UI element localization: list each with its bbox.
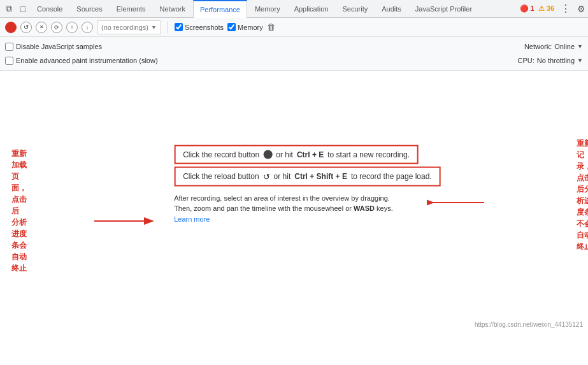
recordings-placeholder: (no recordings) — [101, 24, 148, 31]
left-annotation-text: 重新加载页面，点击后分析进度条会自动终止 — [11, 148, 27, 274]
reload-circle-icon: ↺ — [263, 171, 270, 181]
tab-bar: ⧉ □ Console Sources Elements Network Per… — [0, 0, 588, 18]
tab-bar-right: 🔴 1 ⚠ 36 ⋮ ⚙ — [520, 3, 585, 15]
screenshots-checkbox[interactable] — [175, 23, 183, 31]
options-right-2: CPU: No throttling ▼ — [517, 57, 583, 64]
record-shortcut: Ctrl + E — [297, 150, 324, 159]
reload-shortcut: Ctrl + Shift + E — [294, 172, 347, 181]
after-text1: After recording, select an area of inter… — [174, 194, 390, 201]
advanced-paint-label: Enable advanced paint instrumentation (s… — [16, 57, 158, 64]
record-instruction-box: Click the record button or hit Ctrl + E … — [174, 145, 419, 164]
reload-record-button[interactable]: ↺ — [20, 22, 32, 33]
network-label: Network: — [524, 43, 552, 50]
record-text1: Click the record button — [183, 150, 259, 159]
download-button[interactable]: ↓ — [82, 22, 93, 33]
tab-network[interactable]: Network — [154, 0, 192, 18]
tab-memory[interactable]: Memory — [248, 0, 287, 18]
advanced-paint-option[interactable]: Enable advanced paint instrumentation (s… — [5, 57, 158, 65]
reload-text3: to record the page load. — [351, 172, 432, 181]
more-button[interactable]: ⋮ — [558, 3, 573, 15]
learn-more-link[interactable]: Learn more — [174, 215, 210, 222]
cpu-value[interactable]: No throttling — [537, 57, 575, 64]
network-caret[interactable]: ▼ — [577, 43, 583, 50]
settings-button[interactable]: ⚙ — [577, 4, 585, 14]
record-text2: or hit — [276, 150, 293, 159]
error-badge: 🔴 1 — [520, 4, 534, 13]
record-text3: to start a new recording. — [327, 150, 410, 159]
cpu-label: CPU: — [517, 57, 534, 64]
after-text3: keys. — [376, 204, 393, 212]
devtools-icon: ⧉ — [3, 3, 15, 15]
after-wasd: WASD — [354, 204, 375, 212]
tab-application[interactable]: Application — [288, 0, 335, 18]
options-row-2: Enable advanced paint instrumentation (s… — [5, 54, 583, 68]
cpu-option: CPU: No throttling ▼ — [517, 57, 583, 64]
network-option: Network: Online ▼ — [524, 43, 583, 50]
options-row-1: Disable JavaScript samples Network: Onli… — [5, 39, 583, 54]
options-right-1: Network: Online ▼ — [524, 43, 583, 50]
tab-js-profiler[interactable]: JavaScript Profiler — [409, 0, 478, 18]
record-circle-icon — [263, 150, 272, 159]
stop-button[interactable]: ✕ — [36, 22, 47, 33]
main-content: Click the record button or hit Ctrl + E … — [0, 71, 588, 332]
memory-checkbox[interactable] — [227, 23, 236, 31]
disable-js-samples-checkbox[interactable] — [5, 43, 13, 51]
instruction-panel: Click the record button or hit Ctrl + E … — [174, 145, 441, 224]
tab-sources[interactable]: Sources — [70, 0, 108, 18]
warn-badge: ⚠ 36 — [538, 4, 554, 13]
reload-text2: or hit — [274, 172, 291, 181]
advanced-paint-checkbox[interactable] — [5, 57, 13, 65]
recordings-dropdown[interactable]: (no recordings) ▼ — [97, 20, 161, 34]
toolbar-separator-1 — [168, 22, 168, 33]
record-button[interactable] — [5, 22, 17, 33]
tab-bar-left: ⧉ □ Console Sources Elements Network Per… — [3, 0, 478, 18]
tab-console[interactable]: Console — [31, 0, 69, 18]
tab-audits[interactable]: Audits — [375, 0, 408, 18]
memory-checkbox-label[interactable]: Memory — [227, 23, 263, 31]
tab-elements[interactable]: Elements — [110, 0, 152, 18]
disable-js-samples-option[interactable]: Disable JavaScript samples — [5, 43, 102, 51]
screenshots-checkbox-label[interactable]: Screenshots — [175, 23, 224, 31]
cpu-caret[interactable]: ▼ — [577, 57, 583, 64]
inspect-icon[interactable]: □ — [17, 3, 29, 15]
tab-security[interactable]: Security — [336, 0, 374, 18]
reload-instruction-box: Click the reload button ↺ or hit Ctrl + … — [174, 166, 441, 186]
trash-icon[interactable]: 🗑 — [267, 22, 275, 32]
network-value[interactable]: Online — [554, 43, 575, 50]
performance-toolbar: ↺ ✕ ⟳ ↑ ↓ (no recordings) ▼ Screenshots … — [0, 18, 588, 37]
after-text2: Then, zoom and pan the timeline with the… — [174, 204, 352, 212]
left-arrow — [94, 215, 158, 229]
screenshots-label: Screenshots — [185, 24, 224, 31]
clear-button[interactable]: ⟳ — [51, 22, 62, 33]
right-annotation-text: 重新记录，点击后分析进度条不会自动终止 — [577, 138, 588, 252]
memory-label: Memory — [238, 24, 263, 31]
disable-js-samples-label: Disable JavaScript samples — [16, 43, 102, 50]
reload-text1: Click the reload button — [183, 172, 259, 181]
upload-button[interactable]: ↑ — [66, 22, 78, 33]
tab-performance[interactable]: Performance — [193, 0, 247, 18]
after-recording-text: After recording, select an area of inter… — [174, 189, 393, 224]
options-bar: Disable JavaScript samples Network: Onli… — [0, 37, 588, 71]
watermark: https://blog.csdn.net/weixin_44135121 — [475, 321, 583, 328]
